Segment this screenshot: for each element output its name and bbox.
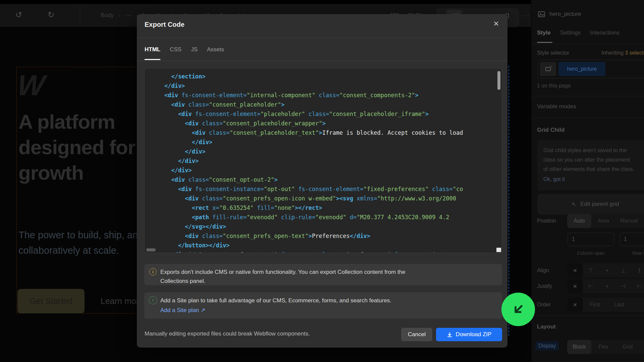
export-tab-html[interactable]: HTML (145, 46, 160, 60)
position-segmented-control: AutoAreaManual (567, 214, 644, 228)
variable-modes-section[interactable]: Variable modes (537, 103, 576, 110)
display-option-block[interactable]: Block (567, 340, 591, 354)
code-line: </div> (151, 137, 497, 147)
justify-option-clear[interactable]: ✕ (567, 279, 583, 293)
code-line: </div> (151, 166, 497, 175)
align-option-icon-2[interactable]: ⊥ (615, 263, 631, 278)
style-panel: hero_picture StyleSettingsInteractions S… (531, 0, 644, 362)
order-segmented-control: ✕FirstLast (567, 298, 644, 312)
display-property-label[interactable]: Display (535, 341, 559, 351)
add-site-plan-link[interactable]: Add a Site plan ↗ (160, 307, 205, 314)
download-zip-button[interactable]: Download ZIP (436, 328, 502, 341)
justify-label: Justify (537, 283, 552, 289)
select-parent-icon: ↖ (572, 201, 576, 208)
get-started-button[interactable]: Get Started (17, 289, 85, 313)
align-label: Align (537, 267, 549, 274)
panel-tab-interactions[interactable]: Interactions (590, 29, 620, 36)
code-line: <div class="consent_placeholder_text">If… (151, 128, 497, 137)
class-chip[interactable]: hero_picture (558, 62, 605, 76)
code-line: <div class="consent_prefs_open-text">Pre… (151, 231, 497, 241)
justify-segmented-control: ✕⊢+⊣⊢ (567, 279, 644, 293)
export-tab-js[interactable]: JS (191, 46, 198, 60)
close-icon[interactable]: ✕ (493, 20, 499, 28)
align-option-icon-0[interactable]: ⊤ (583, 263, 599, 278)
info-icon: i (149, 268, 157, 276)
row-span-label: Row span (620, 250, 644, 256)
undo-button[interactable]: ↺ (12, 8, 25, 21)
more-options-icon[interactable]: ··· (522, 4, 530, 27)
order-label: Order (537, 302, 551, 308)
position-option-manual[interactable]: Manual (615, 214, 642, 228)
export-tabs: HTMLCSSJSAssets (145, 46, 224, 60)
align-option-icon-3[interactable]: I (631, 263, 644, 278)
click-indicator (501, 293, 535, 326)
code-line: </div> (151, 156, 497, 166)
inheriting-note[interactable]: Inheriting 3 selectors (601, 50, 644, 56)
panel-tabs: StyleSettingsInteractions (537, 29, 620, 36)
code-line: <div class="consent_opt-out-2"> (151, 175, 497, 184)
inheriting-count: 3 selectors (625, 50, 644, 56)
code-line: </button></div> (151, 241, 497, 250)
export-tab-css[interactable]: CSS (170, 46, 181, 60)
cancel-button[interactable]: Cancel (401, 328, 432, 341)
webflow-logo: W (16, 69, 45, 102)
desktop-breakpoint-icon (545, 67, 551, 71)
export-tab-assets[interactable]: Assets (207, 46, 224, 60)
image-icon (538, 11, 545, 17)
selected-element-name: hero_picture (549, 11, 581, 17)
breakpoint-chip (540, 62, 556, 76)
dismiss-link[interactable]: Ok, got it (543, 176, 565, 182)
justify-option-icon-1[interactable]: + (599, 279, 615, 293)
position-label: Position (537, 218, 556, 224)
code-line: <div class="consent_placeholder_wrapper"… (151, 119, 497, 128)
code-line: <div fs-consent-element="internal-compon… (151, 90, 497, 100)
display-option-none[interactable]: None (640, 340, 644, 354)
display-option-flex[interactable]: Flex (591, 340, 615, 354)
download-icon (447, 332, 452, 338)
order-option-last[interactable]: Last (607, 298, 631, 312)
panel-tab-style[interactable]: Style (537, 29, 551, 36)
code-line: <div id="consent_prefs_opt-out" fs-conse… (151, 250, 497, 253)
justify-option-icon-0[interactable]: ⊢ (583, 279, 599, 293)
row-span-input[interactable]: 1 (620, 233, 644, 246)
display-segmented-control: BlockFlexGridNone (567, 340, 644, 354)
order-option-first[interactable]: First (583, 298, 607, 312)
edit-parent-grid-button[interactable]: ↖ Edit parent grid (537, 194, 644, 215)
vertical-scrollbar[interactable] (497, 71, 500, 90)
position-option-area[interactable]: Area (591, 214, 615, 228)
breadcrumb-item-[interactable]: ··· (125, 12, 131, 19)
code-line: </svg></div> (151, 222, 497, 231)
code-line: <rect x="0.635254" fill="none"></rect> (151, 203, 497, 213)
align-segmented-control: ✕⊤+⊥I (567, 263, 644, 278)
style-selector-label: Style selector (537, 50, 569, 56)
align-option-icon-1[interactable]: + (599, 263, 615, 278)
code-line: </div> (151, 147, 497, 156)
hero-heading: A platform designed for growth (18, 109, 138, 186)
code-line: <path fill-rule="evenodd" clip-rule="eve… (151, 213, 497, 222)
grid-child-section-title: Grid Child (537, 127, 565, 133)
position-option-auto[interactable]: Auto (567, 214, 591, 228)
learn-more-link[interactable]: Learn more (101, 296, 138, 306)
hero-paragraph: The power to build, ship, and collaborat… (18, 227, 138, 258)
toolbar-divider (80, 5, 80, 24)
justify-option-icon-2[interactable]: ⊣ (615, 279, 631, 293)
redo-button[interactable]: ↻ (44, 8, 58, 21)
panel-tab-settings[interactable]: Settings (560, 29, 581, 36)
layout-section-title: Layout (537, 323, 556, 330)
grid-child-info-card: Grid child styles aren't saved to the cl… (537, 140, 644, 190)
align-option-clear[interactable]: ✕ (567, 263, 583, 278)
order-option-clear[interactable]: ✕ (567, 298, 583, 312)
active-tab-underline (537, 42, 552, 43)
horizontal-scrollbar[interactable] (146, 248, 156, 251)
breadcrumb-item-Body[interactable]: Body (101, 12, 114, 19)
column-span-input[interactable]: 1 (568, 233, 614, 246)
display-option-grid[interactable]: Grid (615, 340, 640, 354)
modal-title: Export Code (145, 21, 184, 28)
code-viewer[interactable]: </section> </div> <div fs-consent-elemen… (144, 68, 502, 253)
justify-option-icon-3[interactable]: ⊢ (631, 279, 644, 293)
code-line: </div> (151, 81, 497, 90)
code-content: </section> </div> <div fs-consent-elemen… (151, 72, 497, 253)
selected-element-header: hero_picture (538, 11, 581, 17)
style-selector-input[interactable]: hero_picture (538, 60, 644, 78)
upgrade-icon: ↑ (149, 296, 157, 304)
